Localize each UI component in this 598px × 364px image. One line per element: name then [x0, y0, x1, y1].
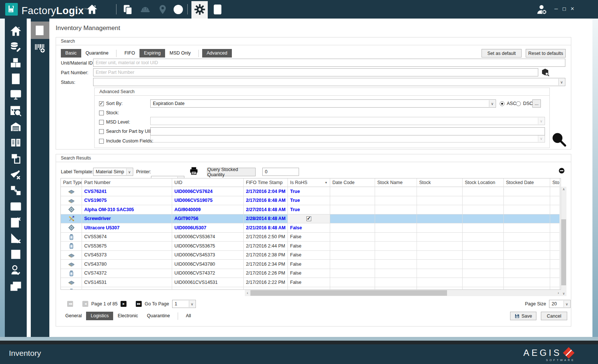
sort-by-combobox[interactable]: Expiration Date ∨: [150, 99, 496, 108]
id-card-icon[interactable]: [10, 201, 22, 212]
search-tab-quarantine[interactable]: Quarantine: [81, 49, 113, 58]
vertical-scroll-thumb[interactable]: [561, 219, 566, 285]
status-combobox[interactable]: ∨: [93, 78, 565, 86]
chevron-down-icon[interactable]: ∨: [489, 100, 495, 107]
home-icon[interactable]: [10, 25, 22, 37]
home-icon[interactable]: [86, 4, 98, 15]
last-page-button[interactable]: ▶▶: [136, 301, 142, 307]
warehouse-icon[interactable]: [10, 121, 22, 132]
column-header-stock-location[interactable]: Stock Location: [463, 178, 504, 187]
measure-remove-icon[interactable]: [10, 233, 22, 244]
column-header-stock[interactable]: Stock: [417, 178, 463, 187]
barcode-add-icon[interactable]: [34, 42, 46, 54]
reset-to-defaults-button[interactable]: Reset to defaults: [526, 49, 566, 58]
session-refresh-icon[interactable]: [212, 4, 223, 15]
table-row[interactable]: CVS53675UID0006CVS536752/17/2016 2:44 PM…: [61, 242, 561, 251]
table-row[interactable]: CVS74372UID0006CVS743722/17/2016 2:26 PM…: [61, 269, 561, 278]
horizontal-scrollbar[interactable]: ‹ ›: [245, 290, 561, 296]
user-logout-icon[interactable]: [536, 4, 548, 15]
table-row[interactable]: CVS76241UID0006CVS76242/17/2016 2:04 PMT…: [61, 187, 561, 196]
stocked-quantity-input[interactable]: [262, 168, 299, 176]
column-header-part-number[interactable]: Part Number: [82, 178, 172, 187]
asc-radio[interactable]: [500, 101, 505, 106]
column-header-part-type[interactable]: Part Type: [61, 178, 82, 187]
checklist-icon[interactable]: [35, 25, 45, 36]
column-header-uid[interactable]: UID: [172, 178, 244, 187]
set-as-default-button[interactable]: Set as default: [482, 49, 522, 58]
page-size-combobox[interactable]: 20 ∨: [549, 300, 571, 308]
include-custom-fields-checkbox[interactable]: [99, 139, 104, 144]
table-row[interactable]: CVS19075UID006CVS190752/17/2016 8:48 AMT…: [61, 196, 561, 206]
minimize-button[interactable]: ─: [553, 6, 559, 12]
damaged-package-icon[interactable]: [10, 249, 22, 260]
transfer-icon[interactable]: [10, 185, 22, 196]
documents-icon[interactable]: [10, 153, 22, 164]
table-search-icon[interactable]: [10, 105, 22, 117]
globe-icon[interactable]: [173, 4, 184, 15]
is-rohs-checkbox[interactable]: [306, 216, 311, 221]
collapse-remove-icon[interactable]: [558, 167, 565, 174]
next-page-button[interactable]: ▶: [121, 301, 126, 307]
scroll-left-icon[interactable]: ‹: [245, 290, 250, 296]
printer-icon[interactable]: [189, 166, 198, 176]
label-template-combobox[interactable]: Material Simp ∨: [93, 168, 133, 176]
copy-pages-icon[interactable]: [122, 4, 133, 15]
view-tab-electronic[interactable]: Electronic: [113, 312, 142, 320]
gear-icon[interactable]: [194, 4, 206, 15]
search-tab-advanced[interactable]: Advanced: [202, 49, 232, 58]
table-row[interactable]: CVS53674UID0006CVS536742/17/2016 2:50 PM…: [61, 233, 561, 242]
column-header-fifo-time-stamp[interactable]: FIFO Time Stamp: [244, 178, 288, 187]
dashboard-icon[interactable]: [10, 89, 22, 101]
table-row[interactable]: CVS14531UID00061CVS145312/17/2016 2:22 P…: [61, 278, 561, 287]
table-row[interactable]: ScrewdriverAGIT907562/28/2014 8:48 AM: [61, 214, 561, 224]
map-pin-icon[interactable]: [157, 4, 168, 15]
cancel-button[interactable]: Cancel: [541, 312, 567, 320]
materials-edit-icon[interactable]: [10, 41, 22, 53]
msd-level-combobox[interactable]: ∨: [150, 134, 545, 142]
stock-checkbox[interactable]: [99, 111, 104, 115]
search-tab-expiring[interactable]: Expiring: [139, 49, 165, 58]
query-stocked-quantity-button[interactable]: Query Stocked Quantity: [207, 168, 256, 176]
sort-more-button[interactable]: ...: [532, 99, 541, 108]
view-tab-logistics[interactable]: Logistics: [86, 312, 113, 320]
dsc-radio[interactable]: [516, 101, 521, 106]
goto-page-combobox[interactable]: 1 ∨: [172, 300, 196, 308]
search-part-by-uid-checkbox[interactable]: [99, 129, 104, 134]
table-row[interactable]: Alpha OM-310 SAC305AGI90400092/27/2014 8…: [61, 205, 561, 214]
chevron-down-icon[interactable]: ∨: [558, 79, 565, 85]
scroll-up-icon[interactable]: ∧: [561, 187, 566, 192]
table-row[interactable]: Ultracore U5307UID0006U53072/21/2016 8:4…: [61, 223, 561, 233]
column-header-stock[interactable]: Stock: [550, 178, 560, 187]
window-forms-icon[interactable]: [10, 281, 22, 292]
part-number-input[interactable]: [93, 68, 538, 76]
chevron-down-icon[interactable]: ∨: [126, 168, 132, 175]
stock-combobox[interactable]: ∨: [150, 117, 545, 125]
sidebar-selected-tile[interactable]: [31, 22, 49, 39]
pallet-icon[interactable]: [10, 57, 22, 69]
chevron-down-icon[interactable]: ∨: [189, 301, 195, 307]
part-lookup-icon[interactable]: [541, 68, 549, 76]
scroll-right-icon[interactable]: ›: [556, 290, 561, 296]
column-header-is-rohs[interactable]: Is RoHS▼: [288, 178, 330, 187]
sort-by-checkbox[interactable]: [99, 101, 104, 106]
search-tab-fifo[interactable]: FIFO: [120, 49, 139, 58]
view-tab-quarantine[interactable]: Quarantine: [142, 312, 174, 320]
book-icon[interactable]: [10, 137, 22, 148]
hardhat-icon[interactable]: [140, 4, 151, 15]
list-remove-icon[interactable]: [10, 217, 22, 228]
search-tab-msd-only[interactable]: MSD Only: [165, 49, 195, 58]
user-question-icon[interactable]: [10, 265, 22, 276]
save-button[interactable]: Save: [510, 312, 536, 320]
search-tab-basic[interactable]: Basic: [61, 49, 81, 58]
table-row[interactable]: CVS43780UID0006CVS437802/17/2016 2:34 PM…: [61, 260, 561, 269]
search-icon[interactable]: [552, 132, 566, 147]
scroll-down-icon[interactable]: ∨: [561, 291, 566, 296]
filter-indicator-icon[interactable]: ▼: [325, 181, 328, 184]
search-part-by-uid-input[interactable]: [150, 127, 545, 135]
column-header-stocked-date[interactable]: Stocked Date: [504, 178, 550, 187]
view-tab-general[interactable]: General: [61, 312, 86, 320]
table-row[interactable]: CVS45373UID0006CVS453732/17/2016 2:38 PM…: [61, 251, 561, 260]
column-header-date-code[interactable]: Date Code: [330, 178, 375, 187]
document-history-icon[interactable]: [10, 73, 22, 85]
vertical-scrollbar[interactable]: ∧ ∨: [561, 187, 566, 296]
